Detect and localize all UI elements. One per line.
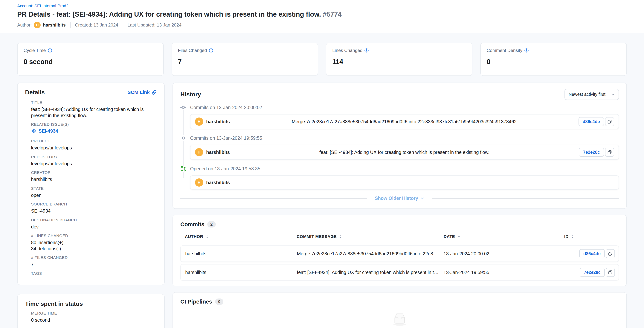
issue-type-icon [31,128,36,134]
commit-author: H harshilbits [195,148,230,156]
cell-author: harshilbits [181,251,292,256]
commit-author-name: harshilbits [206,150,230,155]
cell-date: 13-Jan-2024 19:59:55 [439,270,560,275]
metric-value: 114 [332,58,466,66]
commit-hash-button[interactable]: d86c4de [579,249,605,258]
copy-icon[interactable] [606,268,615,277]
commit-author-name: harshilbits [206,119,230,124]
page-title: PR Details - feat: [SEI-4934]: Adding UX… [17,10,627,18]
empty-state: No Data [180,306,619,328]
field-label: RELATED ISSUE(S) [31,122,157,127]
time-spent-panel: Time spent in status MERGE TIME 0 second… [17,294,165,328]
field-label: MERGE TIME [31,311,157,316]
field-value: dev [31,224,157,230]
timeline-event-text: Commits on 13-Jan-2024 19:59:55 [190,136,262,141]
avatar-initial: H [198,119,200,124]
column-label: COMMIT MESSAGE [297,234,337,239]
avatar: H [195,178,203,187]
field-value: open [31,192,157,198]
ci-pipelines-title: CI Pipelines [180,299,212,305]
info-icon[interactable] [48,48,52,53]
author-avatar: H [34,22,40,28]
history-sort-dropdown[interactable]: Newest activity first [564,89,619,100]
copy-icon[interactable] [605,117,614,126]
sort-both-icon [206,235,209,239]
table-row: harshilbits Merge 7e2e28ce17a27a888e5307… [180,245,619,262]
field-label: DESTINATION BRANCH [31,218,157,222]
show-older-history-link[interactable]: Show Older History [375,195,424,201]
field-related-issues: RELATED ISSUE(S) SEI-4934 [31,122,157,135]
metric-card-files-changed: Files Changed 7 [172,43,318,76]
related-issue-link[interactable]: SEI-4934 [31,128,58,134]
field-files-changed: # FILES CHANGED 7 [31,255,157,268]
pull-request-open-icon [180,166,186,172]
commit-icon [180,135,186,141]
details-title: Details [25,89,45,96]
field-label: PROJECT [31,139,157,143]
sort-both-icon [339,235,342,239]
commits-panel: Commits 2 AUTHOR COMMIT MESSAGE [172,215,627,286]
page-title-text: PR Details - feat: [SEI-4934]: Adding UX… [17,10,321,18]
ci-pipelines-count-badge: 0 [215,299,224,305]
metric-card-lines-changed: Lines Changed 114 [326,43,472,76]
timeline-event-text: Opened on 13-Jan-2024 19:58:35 [190,166,260,171]
timeline-event-text: Commits on 13-Jan-2024 20:00:02 [190,105,262,110]
column-header-author[interactable]: AUTHOR [180,234,292,239]
sort-desc-icon [457,235,461,239]
column-header-date[interactable]: DATE [439,234,560,239]
author-label: Author: [17,22,32,28]
commit-hash-button[interactable]: 7e2e28c [580,268,605,277]
commit-message: feat: [SEI-4934]: Adding UX for creating… [234,150,575,155]
info-icon[interactable] [209,48,213,53]
copy-icon[interactable] [606,249,615,258]
cell-commit-message: Merge 7e2e28ce17a27a888e530754dd6ad21609… [292,251,439,256]
issue-link-label[interactable]: SEI-4934 [38,128,58,134]
history-opened-card: H harshilbits [190,175,619,190]
empty-box-icon [389,311,410,328]
field-merge-time: MERGE TIME 0 second [31,311,157,323]
commit-hash-button[interactable]: d86c4de [578,117,604,126]
avatar-initial: H [198,150,200,155]
scm-link[interactable]: SCM Link [128,89,157,95]
time-spent-title: Time spent in status [25,300,83,307]
commit-message: Merge 7e2e28ce17a27a888e530754dd6ad21609… [234,119,575,124]
metric-value: 0 [487,58,620,66]
field-value: 7 [31,261,157,268]
avatar-initial: H [198,180,200,185]
author-name: harshilbits [43,22,66,28]
account-breadcrumb[interactable]: Account: SEI-Internal-Prod2 [17,3,68,8]
link-icon [152,90,157,95]
commit-hash-button[interactable]: 7e2e28c [579,148,604,157]
copy-icon[interactable] [605,148,614,157]
column-label: AUTHOR [185,234,203,239]
history-commit-card: H harshilbits Merge 7e2e28ce17a27a888e53… [190,114,619,129]
avatar: H [195,118,203,126]
metric-label: Files Changed [178,48,207,53]
field-value: harshilbits [31,176,157,182]
details-panel: Details SCM Link TITLE feat: [SEI-4934]:… [17,83,165,285]
field-lines-changed: # LINES CHANGED 80 insertions(+), 34 del… [31,233,157,252]
field-value: SEI-4934 [31,208,157,214]
info-icon[interactable] [524,48,529,53]
column-label: ID [564,234,568,239]
sort-both-icon [571,235,574,239]
cell-id: d86c4de [560,249,618,258]
field-label: TAGS [31,271,157,276]
history-timeline: Commits on 13-Jan-2024 20:00:02 H harshi… [180,104,619,201]
field-tags: TAGS [31,271,157,276]
history-panel: History Newest activity first [172,83,627,209]
field-value: 80 insertions(+), [31,239,157,246]
field-project: PROJECT levelops/ui-levelops [31,139,157,151]
show-older-label: Show Older History [375,195,418,201]
commits-table-header: AUTHOR COMMIT MESSAGE DATE [180,233,619,243]
timeline-event-label: Commits on 13-Jan-2024 19:59:55 [180,135,619,141]
pr-details-page: Account: SEI-Internal-Prod2 PR Details -… [0,0,644,328]
metric-label: Lines Changed [332,48,362,53]
field-creator: CREATOR harshilbits [31,170,157,182]
info-icon[interactable] [364,48,369,53]
divider [180,198,367,198]
column-header-id[interactable]: ID [560,234,619,239]
chevron-down-icon [611,92,615,97]
field-label: TITLE [31,100,157,105]
column-header-commit-message[interactable]: COMMIT MESSAGE [292,234,439,239]
